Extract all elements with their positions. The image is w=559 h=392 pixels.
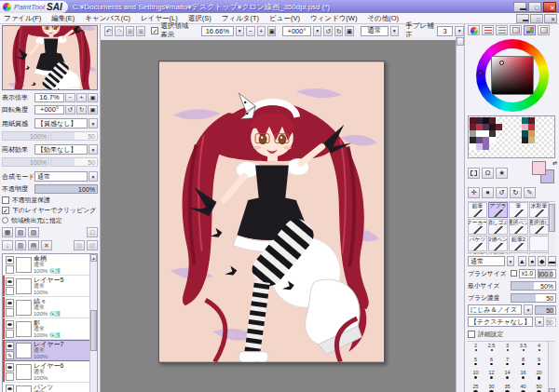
swatch-cell-2-1[interactable]	[476, 130, 483, 137]
canvas-angle-field[interactable]: +000°	[282, 26, 311, 36]
swatch-cell-3-6[interactable]	[509, 137, 515, 143]
swatch-cell-4-2[interactable]	[483, 143, 489, 150]
menu-item-7[interactable]: ウィンドウ(W)	[310, 14, 357, 23]
nav-rotate-cw-button[interactable]: ↻	[76, 105, 87, 115]
layer-row-3[interactable]: 影通常100% 保護	[3, 318, 97, 340]
swatch-cell-0-1[interactable]	[476, 117, 483, 124]
brush-size-scale-field[interactable]: x1.0	[519, 269, 536, 278]
merge-down-button[interactable]: ▥	[15, 240, 26, 250]
navigator-thumbnail[interactable]	[2, 25, 98, 90]
layer-thumbnail[interactable]	[16, 300, 32, 316]
size-preset-20[interactable]: 20	[531, 369, 547, 383]
swatch-cell-0-9[interactable]	[528, 117, 535, 124]
tool-水彩筆2[interactable]: 水彩筆2	[468, 252, 487, 254]
deselect-button[interactable]: ▣	[126, 26, 134, 36]
tool-選択ペン[interactable]: 選択ペン	[509, 219, 528, 235]
tool-マーカー[interactable]: マーカー	[468, 219, 487, 235]
size-preset-12[interactable]: 12	[484, 369, 499, 383]
brush-shape-4-button[interactable]: ▬	[548, 256, 556, 266]
swatch-cell-1-1[interactable]	[476, 124, 483, 130]
swatch-cell-4-6[interactable]	[509, 143, 515, 150]
new-layer-button[interactable]: ▦	[2, 227, 13, 237]
selection-source-radio[interactable]	[2, 217, 8, 223]
tool-ぼかし[interactable]: ぼかし	[509, 252, 528, 254]
brush-shape-3-button[interactable]: ◆	[538, 256, 546, 266]
zoom-in-button[interactable]: +	[257, 26, 266, 36]
clipping-checkbox[interactable]: ✓	[2, 207, 9, 214]
zoom-out-button[interactable]: −	[246, 26, 254, 36]
swatch-cell-1-10[interactable]	[535, 124, 541, 130]
tool-消しゴム[interactable]: 消しゴム	[488, 219, 508, 235]
tool-empty-15[interactable]	[529, 252, 549, 254]
effect-strength-slider[interactable]: 50	[50, 157, 98, 167]
brush-texture-select[interactable]: 【テクスチャなし】	[468, 317, 533, 327]
swatch-cell-4-0[interactable]	[470, 143, 476, 150]
layer-visibility[interactable]	[6, 299, 14, 317]
layer-list-scrollbar[interactable]: ▲ ▼	[89, 254, 97, 392]
texture-strength-slider[interactable]: 50	[546, 318, 556, 327]
clear-layer-button[interactable]: ▤	[28, 240, 39, 250]
swatch-cell-1-2[interactable]	[483, 124, 489, 130]
swatch-cell-1-0[interactable]	[470, 124, 476, 130]
close-button[interactable]: ✕	[543, 2, 556, 12]
size-preset-5[interactable]: 5	[468, 356, 484, 370]
swatch-cell-3-5[interactable]	[502, 137, 509, 143]
tool-鉛筆2[interactable]: 鉛筆2	[509, 236, 528, 251]
color-wheel-tab[interactable]	[468, 25, 480, 35]
primary-color-swatch[interactable]	[532, 161, 546, 175]
minimize-button[interactable]: ▬	[513, 2, 526, 12]
zoom-reset-button[interactable]: ▣	[267, 26, 276, 36]
doc-close-button[interactable]: ✕	[544, 14, 557, 23]
swatch-cell-5-3[interactable]	[489, 150, 496, 156]
size-preset-3.5[interactable]: 3.5	[515, 342, 531, 356]
swatch-cell-3-9[interactable]	[528, 137, 535, 143]
layer-visibility[interactable]: ✎	[6, 342, 14, 359]
swatch-cell-0-3[interactable]	[489, 117, 496, 124]
swatch-cell-1-6[interactable]	[509, 124, 515, 130]
magic-wand-tool[interactable]: ★	[496, 168, 508, 179]
swatch-cell-1-7[interactable]	[515, 124, 522, 130]
eyedropper-tool[interactable]: ✎	[524, 187, 536, 198]
layer-row-0[interactable]: 傘柄通常100% 保護	[3, 254, 97, 276]
layer-thumbnail[interactable]	[16, 257, 32, 273]
angle-reset-button[interactable]: ▣	[345, 26, 353, 36]
swatch-cell-4-4[interactable]	[496, 143, 502, 150]
canvas-artwork[interactable]	[158, 61, 385, 363]
selection-display-checkbox[interactable]: ✓	[151, 27, 158, 34]
swatch-cell-4-9[interactable]	[528, 143, 535, 150]
swatch-cell-0-0[interactable]	[470, 117, 476, 124]
layer-row-4[interactable]: ✎レイヤー7通常100%	[3, 340, 97, 361]
paper-strength-slider[interactable]: 50	[50, 131, 98, 141]
size-preset-7[interactable]: 7	[499, 356, 515, 370]
size-preset-9[interactable]: 9	[531, 356, 547, 370]
size-preset-30[interactable]: 30	[484, 383, 499, 392]
layer-thumbnail[interactable]	[16, 364, 32, 380]
brush-size-slider[interactable]: 300.0	[538, 269, 556, 278]
swatch-cell-0-2[interactable]	[483, 117, 489, 124]
nav-zoom-out-button[interactable]: −	[65, 93, 75, 102]
saturation-value-square[interactable]	[491, 56, 534, 95]
brush-shape-2-button[interactable]: ●	[528, 256, 537, 266]
canvas-zoom-field[interactable]: 16.66%	[201, 26, 233, 36]
advanced-settings-checkbox[interactable]	[468, 331, 475, 338]
swatch-cell-3-7[interactable]	[515, 137, 522, 143]
color-mixer-tab[interactable]	[510, 25, 522, 35]
size-presets-scrollbar[interactable]	[548, 342, 555, 392]
swatch-cell-0-7[interactable]	[515, 117, 522, 124]
swatch-cell-5-6[interactable]	[509, 150, 515, 156]
layer-visibility[interactable]	[6, 320, 14, 338]
layer-thumbnail[interactable]	[16, 278, 32, 294]
brush-mode-select[interactable]: 通常	[468, 256, 505, 266]
layer-extra2-button[interactable]: ▨	[87, 240, 98, 250]
swatch-cell-2-7[interactable]	[515, 130, 522, 137]
min-size-slider[interactable]: 50%	[511, 281, 556, 291]
swatches-tab[interactable]	[524, 25, 536, 35]
swatch-cell-0-6[interactable]	[509, 117, 515, 124]
canvas-workspace[interactable]	[101, 37, 464, 392]
size-preset-50[interactable]: 50	[531, 383, 547, 392]
swatch-cell-0-4[interactable]	[496, 117, 502, 124]
swatch-cell-1-4[interactable]	[496, 124, 502, 130]
paper-texture-dropdown-button[interactable]: ▼	[89, 118, 98, 128]
rotate-ccw-button[interactable]: ↺	[323, 26, 332, 36]
tool-水彩筆[interactable]: 水彩筆	[529, 202, 549, 218]
